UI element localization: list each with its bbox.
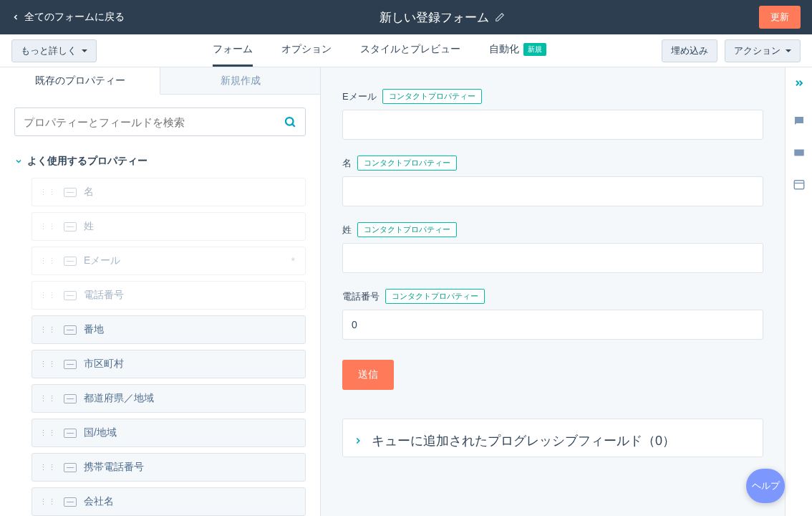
form-title-wrap: 新しい登録フォーム: [125, 9, 759, 26]
property-label: 携帯電話番号: [84, 461, 144, 474]
grip-icon: ⋮⋮: [39, 466, 57, 469]
property-label: 名: [84, 186, 94, 199]
field-label: Eメール: [342, 90, 377, 103]
grip-icon: ⋮⋮: [39, 500, 57, 504]
tab-style-preview[interactable]: スタイルとプレビュー: [360, 34, 460, 67]
top-bar: 全てのフォームに戻る 新しい登録フォーム 更新: [0, 0, 812, 34]
mail-icon[interactable]: [793, 146, 806, 159]
body: 既存のプロパティー 新規作成 よく使用するプロパティー ⋮⋮ 名 ⋮⋮ 姓 ⋮⋮…: [0, 67, 812, 516]
property-type-chip: コンタクトプロパティー: [382, 89, 482, 104]
tab-create-new[interactable]: 新規作成: [160, 67, 320, 95]
field-input[interactable]: [342, 243, 763, 273]
form-field[interactable]: Eメール コンタクトプロパティー: [342, 89, 763, 140]
back-to-forms-link[interactable]: 全てのフォームに戻る: [11, 11, 125, 24]
form-canvas: Eメール コンタクトプロパティー 名 コンタクトプロパティー 姓 コンタクトプロ…: [321, 67, 785, 516]
form-field[interactable]: 名 コンタクトプロパティー: [342, 156, 763, 206]
field-type-icon: [64, 497, 77, 507]
property-label: 姓: [84, 220, 94, 233]
field-label: 名: [342, 157, 352, 170]
property-item: ⋮⋮ Eメール *: [32, 247, 306, 275]
pencil-icon[interactable]: [495, 12, 505, 22]
submit-button[interactable]: 送信: [342, 360, 394, 390]
svg-line-1: [292, 124, 295, 127]
property-label: 都道府県／地域: [84, 392, 154, 405]
field-type-icon: [64, 188, 77, 197]
right-rail: [785, 67, 812, 516]
help-button[interactable]: ヘルプ: [746, 469, 785, 503]
field-type-icon: [64, 463, 77, 472]
property-item[interactable]: ⋮⋮ 都道府県／地域: [32, 384, 306, 413]
property-item: ⋮⋮ 名: [32, 178, 306, 206]
field-type-icon: [64, 325, 77, 335]
update-button[interactable]: 更新: [759, 6, 801, 29]
property-item: ⋮⋮ 電話番号: [32, 281, 306, 310]
more-details-button[interactable]: もっと詳しく: [11, 39, 97, 62]
property-label: 国/地域: [84, 426, 117, 439]
property-label: 市区町村: [84, 358, 124, 371]
field-input[interactable]: [342, 110, 763, 140]
svg-rect-2: [794, 150, 804, 156]
sub-bar: もっと詳しく フォーム オプション スタイルとプレビュー 自動化 新規 埋め込み…: [0, 34, 812, 67]
property-item: ⋮⋮ 姓: [32, 212, 306, 241]
chevron-left-icon: [11, 13, 20, 22]
tab-automation[interactable]: 自動化 新規: [489, 34, 546, 67]
property-item[interactable]: ⋮⋮ 会社名: [32, 487, 306, 516]
form-field[interactable]: 姓 コンタクトプロパティー: [342, 222, 763, 273]
svg-point-0: [286, 118, 294, 125]
field-type-icon: [64, 257, 77, 266]
form-title: 新しい登録フォーム: [380, 9, 489, 26]
property-item[interactable]: ⋮⋮ 番地: [32, 315, 306, 344]
grip-icon: ⋮⋮: [39, 259, 57, 263]
required-indicator: *: [291, 255, 295, 267]
grip-icon: ⋮⋮: [39, 363, 57, 366]
search-icon[interactable]: [284, 115, 296, 128]
field-input[interactable]: [342, 176, 763, 206]
svg-rect-3: [794, 181, 804, 189]
property-tabs: 既存のプロパティー 新規作成: [0, 67, 320, 95]
collapse-rail-icon[interactable]: [793, 77, 805, 89]
property-label: 番地: [84, 323, 104, 336]
search-box: [14, 108, 306, 136]
grip-icon: ⋮⋮: [39, 328, 57, 332]
new-badge: 新規: [523, 43, 546, 56]
main-tabs: フォーム オプション スタイルとプレビュー 自動化 新規: [97, 34, 662, 67]
chevron-right-icon: [353, 436, 363, 446]
grip-icon: ⋮⋮: [39, 225, 57, 229]
search-input[interactable]: [24, 116, 284, 128]
property-item[interactable]: ⋮⋮ 国/地域: [32, 419, 306, 447]
field-label: 電話番号: [342, 290, 380, 303]
property-label: Eメール: [84, 254, 120, 267]
grip-icon: ⋮⋮: [39, 294, 57, 297]
back-label: 全てのフォームに戻る: [24, 11, 125, 24]
field-type-icon: [64, 360, 77, 369]
action-menu-button[interactable]: アクション: [725, 39, 801, 62]
field-input[interactable]: [342, 310, 763, 340]
search-wrap: [0, 95, 320, 149]
right-actions: 埋め込み アクション: [662, 39, 801, 62]
field-type-icon: [64, 291, 77, 300]
grip-icon: ⋮⋮: [39, 397, 57, 401]
tab-existing-properties[interactable]: 既存のプロパティー: [0, 67, 160, 95]
tab-form[interactable]: フォーム: [213, 34, 253, 67]
calendar-icon[interactable]: [793, 178, 806, 191]
property-type-chip: コンタクトプロパティー: [385, 289, 485, 304]
field-type-icon: [64, 429, 77, 438]
progressive-title: キューに追加されたプログレッシブフィールド（0）: [372, 432, 675, 449]
progressive-fields-panel[interactable]: キューに追加されたプログレッシブフィールド（0）: [342, 419, 763, 457]
property-list: ⋮⋮ 名 ⋮⋮ 姓 ⋮⋮ Eメール *⋮⋮ 電話番号 ⋮⋮ 番地 ⋮⋮ 市区町村…: [0, 178, 320, 516]
property-label: 電話番号: [84, 289, 124, 302]
grip-icon: ⋮⋮: [39, 191, 57, 194]
section-frequently-used[interactable]: よく使用するプロパティー: [0, 149, 320, 178]
left-panel: 既存のプロパティー 新規作成 よく使用するプロパティー ⋮⋮ 名 ⋮⋮ 姓 ⋮⋮…: [0, 67, 321, 516]
field-type-icon: [64, 222, 77, 231]
property-item[interactable]: ⋮⋮ 市区町村: [32, 350, 306, 378]
property-item[interactable]: ⋮⋮ 携帯電話番号: [32, 453, 306, 482]
chat-icon[interactable]: [793, 115, 806, 128]
property-label: 会社名: [84, 495, 114, 508]
form-field[interactable]: 電話番号 コンタクトプロパティー: [342, 289, 763, 340]
tab-option[interactable]: オプション: [281, 34, 332, 67]
embed-button[interactable]: 埋め込み: [662, 39, 717, 62]
chevron-down-icon: [14, 157, 23, 166]
field-type-icon: [64, 394, 77, 403]
field-label: 姓: [342, 224, 352, 236]
